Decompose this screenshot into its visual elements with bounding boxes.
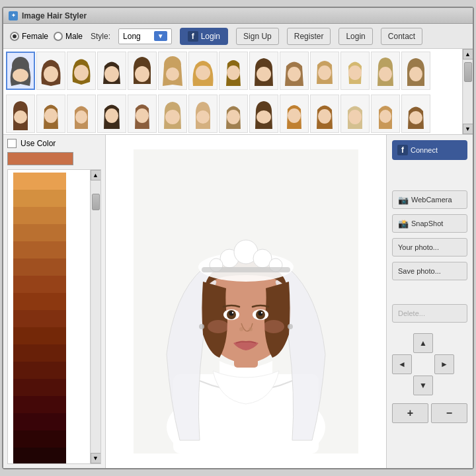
hair-thumb-23[interactable]	[249, 95, 278, 133]
nav-down-icon: ▼	[419, 381, 427, 390]
color-swatch-1[interactable]	[13, 173, 66, 190]
palette-scrollbar[interactable]: ▲ ▼	[90, 170, 100, 463]
fb-login-button[interactable]: f Login	[180, 28, 228, 45]
color-swatch-8[interactable]	[13, 293, 66, 310]
fb-connect-button[interactable]: f Connect	[392, 140, 467, 160]
hair-thumb-4[interactable]	[97, 52, 126, 90]
signup-button[interactable]: Sign Up	[236, 28, 279, 45]
color-preview[interactable]	[7, 152, 73, 165]
webcamera-button[interactable]: 📷 WebCamera	[392, 190, 467, 209]
fb-connect-label: Connect	[411, 146, 438, 154]
window-title: Image Hair Styler	[22, 11, 87, 20]
hair-thumb-9[interactable]	[249, 52, 278, 90]
palette-scroll-down[interactable]: ▼	[91, 453, 101, 463]
color-swatch-6[interactable]	[13, 258, 66, 276]
hair-thumb-12[interactable]	[340, 52, 370, 90]
gallery-scrollbar[interactable]: ▲ ▼	[462, 49, 473, 134]
snapshot-button[interactable]: 📸 SnapShot	[392, 214, 467, 233]
color-strip	[13, 173, 66, 463]
color-palette: ▲ ▼	[7, 169, 101, 464]
hair-thumb-6[interactable]	[158, 52, 187, 90]
svg-point-52	[208, 320, 229, 333]
delete-button[interactable]: Delete...	[392, 304, 467, 323]
hair-thumb-5[interactable]	[128, 52, 157, 90]
svg-point-2	[44, 66, 58, 82]
nav-up-button[interactable]: ▲	[413, 333, 433, 353]
hair-thumb-22[interactable]	[219, 95, 248, 133]
zoom-out-icon: −	[446, 407, 452, 419]
gallery-scroll-thumb[interactable]	[464, 62, 472, 82]
nav-empty-center	[413, 354, 433, 374]
color-swatch-2[interactable]	[13, 190, 66, 207]
female-radio-circle	[10, 32, 19, 41]
color-swatch-17[interactable]	[13, 448, 66, 463]
nav-up-icon: ▲	[419, 338, 427, 348]
hair-thumb-8[interactable]	[219, 52, 248, 90]
hair-thumb-10[interactable]	[280, 52, 309, 90]
save-photo-button[interactable]: Save photo...	[392, 262, 467, 280]
male-radio-circle	[54, 32, 63, 41]
hair-thumb-15[interactable]	[6, 95, 35, 133]
zoom-out-button[interactable]: −	[431, 403, 467, 423]
color-strip-container	[8, 170, 87, 463]
color-swatch-10[interactable]	[13, 327, 66, 344]
svg-point-55	[288, 324, 293, 329]
use-color-checkbox[interactable]	[7, 139, 17, 148]
zoom-in-button[interactable]: +	[392, 403, 428, 423]
color-swatch-12[interactable]	[13, 362, 66, 379]
hair-thumb-1[interactable]	[6, 52, 35, 90]
use-color-row: Use Color	[7, 139, 101, 148]
svg-point-22	[196, 110, 210, 124]
svg-point-7	[166, 67, 179, 81]
contact-button[interactable]: Contact	[381, 28, 422, 45]
hair-thumb-14[interactable]	[401, 52, 430, 90]
color-swatch-7[interactable]	[13, 276, 66, 293]
dropdown-arrow-icon: ▼	[154, 31, 167, 41]
svg-point-28	[379, 110, 391, 123]
palette-scroll-thumb[interactable]	[92, 194, 100, 210]
hair-thumb-13[interactable]	[371, 52, 400, 90]
nav-left-button[interactable]: ◄	[392, 354, 412, 374]
register-button[interactable]: Register	[287, 28, 331, 45]
gallery-scroll-down[interactable]: ▼	[463, 124, 473, 134]
style-dropdown[interactable]: Long ▼	[118, 28, 172, 44]
hair-thumb-27[interactable]	[371, 95, 400, 133]
color-swatch-11[interactable]	[13, 344, 66, 362]
hair-thumb-17[interactable]	[67, 95, 96, 133]
color-swatch-4[interactable]	[13, 224, 66, 241]
svg-point-54	[199, 324, 204, 329]
hair-thumb-25[interactable]	[310, 95, 339, 133]
nav-down-button[interactable]: ▼	[413, 376, 433, 395]
color-swatch-15[interactable]	[13, 413, 66, 430]
hair-thumb-3[interactable]	[67, 52, 96, 90]
female-radio[interactable]: Female	[10, 32, 48, 41]
hair-thumb-16[interactable]	[36, 95, 65, 133]
nav-empty-2	[434, 333, 454, 353]
color-swatch-16[interactable]	[13, 430, 66, 448]
hair-thumb-11[interactable]	[310, 52, 339, 90]
hair-thumb-19[interactable]	[128, 95, 157, 133]
nav-empty-3	[392, 376, 412, 395]
hair-thumb-24[interactable]	[280, 95, 309, 133]
color-swatch-14[interactable]	[13, 396, 66, 413]
your-photo-button[interactable]: Your photo...	[392, 238, 467, 257]
color-swatch-13[interactable]	[13, 379, 66, 396]
gallery-scroll-up[interactable]: ▲	[463, 49, 473, 60]
hair-thumb-18[interactable]	[97, 95, 126, 133]
hair-thumb-7[interactable]	[188, 52, 218, 90]
color-swatch-3[interactable]	[13, 207, 66, 224]
color-swatch-5[interactable]	[13, 241, 66, 258]
male-radio[interactable]: Male	[54, 32, 83, 41]
login-button[interactable]: Login	[338, 28, 372, 45]
hair-thumb-21[interactable]	[188, 95, 218, 133]
hair-thumb-26[interactable]	[340, 95, 370, 133]
hair-thumb-28[interactable]	[401, 95, 430, 133]
hair-thumb-2[interactable]	[36, 52, 65, 90]
palette-scroll-up[interactable]: ▲	[91, 170, 101, 180]
nav-right-button[interactable]: ►	[434, 354, 454, 374]
svg-point-12	[318, 65, 331, 80]
hair-thumb-20[interactable]	[158, 95, 187, 133]
color-swatch-9[interactable]	[13, 310, 66, 327]
app-window: ✦ Image Hair Styler Female Male Style: L…	[2, 7, 474, 469]
save-photo-label: Save photo...	[398, 267, 441, 275]
